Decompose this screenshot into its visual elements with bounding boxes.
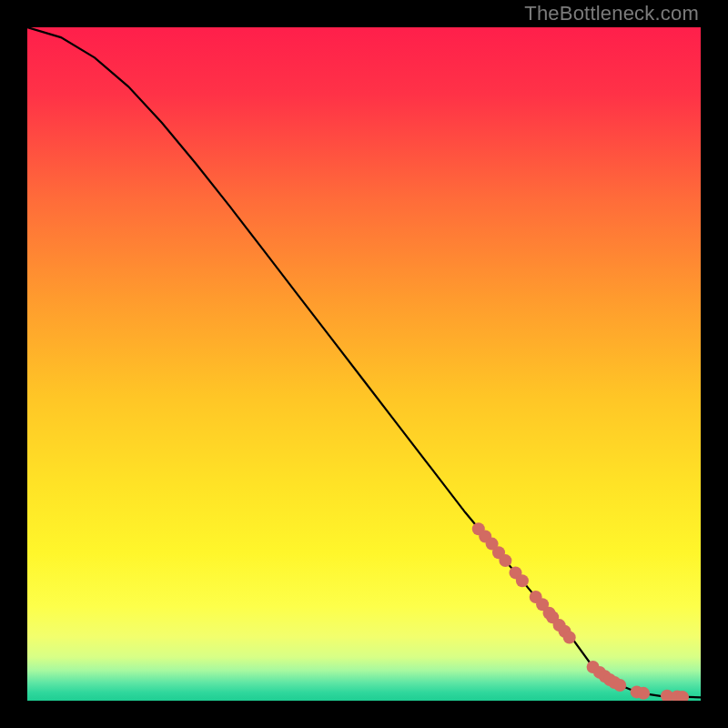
bottleneck-chart xyxy=(27,27,701,701)
watermark-text: TheBottleneck.com xyxy=(524,2,699,25)
highlight-marker xyxy=(499,554,511,567)
highlight-marker xyxy=(637,687,650,700)
chart-frame xyxy=(27,27,701,701)
gradient-background xyxy=(27,27,701,701)
highlight-marker xyxy=(516,574,529,587)
highlight-marker xyxy=(563,631,576,643)
highlight-marker xyxy=(613,679,626,692)
